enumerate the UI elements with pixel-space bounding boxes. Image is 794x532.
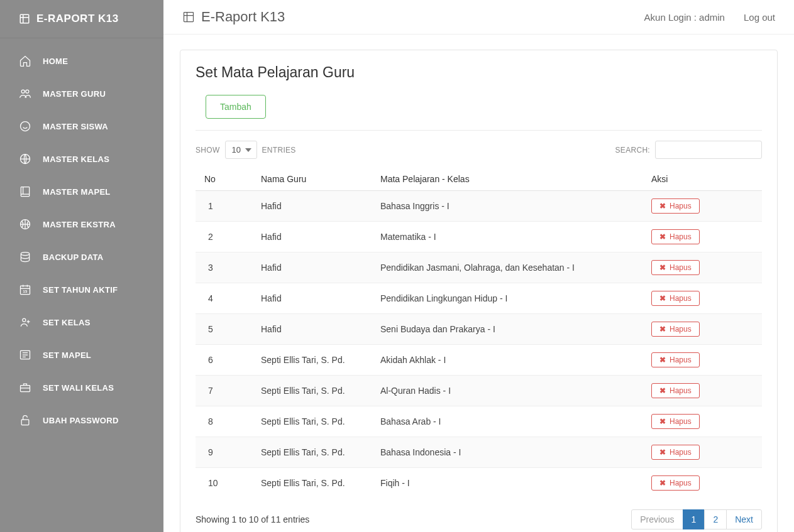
close-icon: ✖ — [659, 202, 666, 210]
delete-label: Hapus — [670, 448, 692, 457]
length-control: SHOW 10 ENTRIES — [196, 141, 296, 159]
sidebar-item-master-mapel[interactable]: MASTER MAPEL — [0, 175, 163, 208]
sidebar-item-set-mapel[interactable]: SET MAPEL — [0, 339, 163, 371]
delete-button[interactable]: ✖Hapus — [651, 260, 700, 275]
briefcase-icon — [19, 381, 31, 394]
sidebar-item-label: SET KELAS — [43, 318, 91, 327]
book-icon — [19, 185, 31, 198]
close-icon: ✖ — [659, 417, 666, 426]
sidebar-item-set-wali-kelas[interactable]: SET WALI KELAS — [0, 371, 163, 404]
svg-point-3 — [21, 122, 30, 131]
close-icon: ✖ — [659, 294, 666, 303]
cell-aksi: ✖Hapus — [642, 468, 762, 499]
sidebar-item-set-kelas[interactable]: SET KELAS — [0, 306, 163, 339]
add-button[interactable]: Tambah — [206, 95, 266, 119]
close-icon: ✖ — [659, 386, 666, 395]
brand[interactable]: E-RAPORT K13 — [0, 0, 163, 38]
topbar-right: Akun Login : admin Log out — [644, 12, 775, 23]
table-footer: Showing 1 to 10 of 11 entries Previous12… — [196, 509, 762, 529]
cell-aksi: ✖Hapus — [642, 345, 762, 376]
delete-button[interactable]: ✖Hapus — [651, 322, 700, 337]
delete-button[interactable]: ✖Hapus — [651, 198, 700, 214]
delete-button[interactable]: ✖Hapus — [651, 352, 700, 367]
pagination-page[interactable]: 1 — [683, 509, 705, 529]
logout-link[interactable]: Log out — [744, 12, 775, 23]
table-controls: SHOW 10 ENTRIES SEARCH: — [196, 141, 762, 159]
sidebar-item-set-tahun-aktif[interactable]: 15 SET TAHUN AKTIF — [0, 273, 163, 306]
cell-mata-pelajaran: Bahasa Inggris - I — [372, 191, 642, 222]
pagination-next[interactable]: Next — [726, 509, 762, 529]
account-label[interactable]: Akun Login : admin — [644, 12, 725, 23]
sidebar-item-master-kelas[interactable]: MASTER KELAS — [0, 143, 163, 175]
table-row: 8Septi Ellis Tari, S. Pd.Bahasa Arab - I… — [196, 406, 762, 437]
table-row: 5HafidSeni Budaya dan Prakarya - I✖Hapus — [196, 314, 762, 345]
pagination-page[interactable]: 2 — [704, 509, 727, 529]
cell-aksi: ✖Hapus — [642, 222, 762, 252]
cell-no: 10 — [196, 468, 252, 499]
sidebar-item-label: MASTER MAPEL — [43, 187, 111, 197]
delete-label: Hapus — [670, 479, 692, 487]
delete-button[interactable]: ✖Hapus — [651, 475, 700, 491]
cell-aksi: ✖Hapus — [642, 191, 762, 222]
pagination-previous[interactable]: Previous — [631, 509, 683, 529]
table-row: 4HafidPendidikan Lingkungan Hidup - I✖Ha… — [196, 283, 762, 314]
cell-mata-pelajaran: Bahasa Indonesia - I — [372, 437, 642, 468]
delete-label: Hapus — [670, 386, 692, 395]
close-icon: ✖ — [659, 356, 666, 364]
database-icon — [19, 251, 31, 263]
cell-aksi: ✖Hapus — [642, 437, 762, 468]
table-row: 3HafidPendidikan Jasmani, Olahraga, dan … — [196, 252, 762, 283]
th-aksi[interactable]: Aksi — [642, 168, 762, 191]
cell-aksi: ✖Hapus — [642, 252, 762, 283]
sidebar-separator — [0, 38, 163, 38]
sidebar-item-master-ekstra[interactable]: MASTER EKSTRA — [0, 208, 163, 241]
sidebar-item-backup-data[interactable]: BACKUP DATA — [0, 241, 163, 273]
cell-no: 1 — [196, 191, 252, 222]
delete-button[interactable]: ✖Hapus — [651, 383, 700, 398]
sidebar-item-label: MASTER EKSTRA — [43, 220, 116, 229]
cell-mata-pelajaran: Pendidikan Lingkungan Hidup - I — [372, 283, 642, 314]
panel-icon — [182, 11, 195, 23]
home-icon — [19, 55, 31, 67]
svg-rect-12 — [21, 386, 30, 392]
delete-button[interactable]: ✖Hapus — [651, 414, 700, 429]
cell-no: 2 — [196, 222, 252, 252]
sidebar-item-label: UBAH PASSWORD — [43, 416, 119, 425]
sidebar-item-label: MASTER SISWA — [43, 122, 108, 131]
sidebar-item-master-guru[interactable]: MASTER GURU — [0, 77, 163, 110]
delete-label: Hapus — [670, 417, 692, 426]
delete-button[interactable]: ✖Hapus — [651, 229, 700, 244]
cell-nama-guru: Septi Ellis Tari, S. Pd. — [252, 376, 372, 406]
sidebar-item-home[interactable]: HOME — [0, 45, 163, 77]
svg-rect-0 — [20, 14, 29, 23]
sidebar-item-ubah-password[interactable]: UBAH PASSWORD — [0, 404, 163, 437]
cell-mata-pelajaran: Bahasa Arab - I — [372, 406, 642, 437]
delete-label: Hapus — [670, 325, 692, 334]
th-no[interactable]: No — [196, 168, 252, 191]
content: Set Mata Pelajaran Guru Tambah SHOW 10 E… — [163, 35, 794, 532]
delete-button[interactable]: ✖Hapus — [651, 291, 700, 306]
sidebar: E-RAPORT K13 HOME MASTER GURU MASTER SIS… — [0, 0, 163, 532]
cell-mata-pelajaran: Fiqih - I — [372, 468, 642, 499]
cell-no: 5 — [196, 314, 252, 345]
svg-rect-13 — [21, 420, 29, 425]
cell-nama-guru: Hafid — [252, 252, 372, 283]
sidebar-item-master-siswa[interactable]: MASTER SISWA — [0, 110, 163, 143]
sidebar-item-label: SET WALI KELAS — [43, 383, 114, 393]
th-mata-pelajaran[interactable]: Mata Pelajaran - Kelas — [372, 168, 642, 191]
cell-no: 9 — [196, 437, 252, 468]
delete-button[interactable]: ✖Hapus — [651, 445, 700, 460]
topbar-title-text: E-Raport K13 — [201, 9, 285, 25]
calendar-icon: 15 — [19, 283, 31, 296]
page-title: Set Mata Pelajaran Guru — [196, 64, 762, 81]
cell-no: 6 — [196, 345, 252, 376]
sidebar-item-label: SET TAHUN AKTIF — [43, 285, 118, 295]
search-input[interactable] — [655, 141, 762, 159]
main: E-Raport K13 Akun Login : admin Log out … — [163, 0, 794, 532]
cell-mata-pelajaran: Matematika - I — [372, 222, 642, 252]
divider — [196, 130, 762, 131]
length-select[interactable]: 10 — [225, 141, 257, 159]
delete-label: Hapus — [670, 294, 692, 303]
th-nama-guru[interactable]: Nama Guru — [252, 168, 372, 191]
users-icon — [19, 87, 31, 100]
